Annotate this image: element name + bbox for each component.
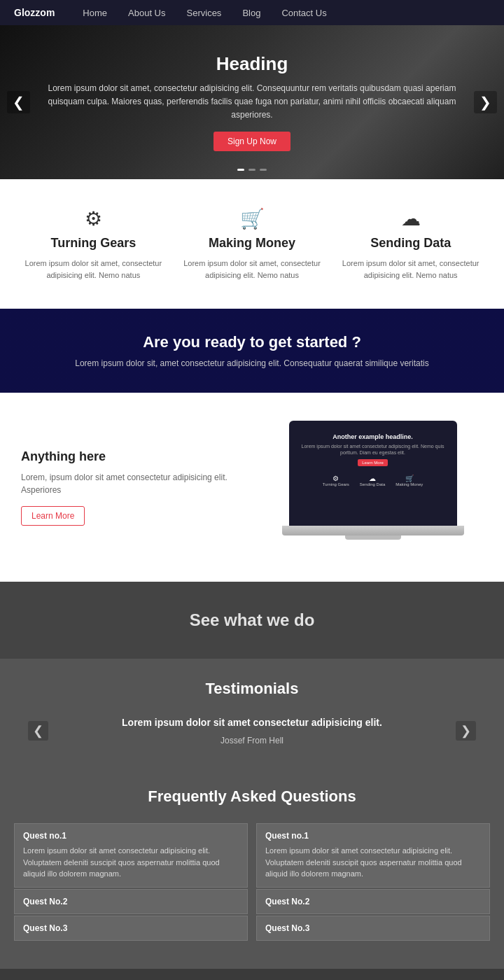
nav-contact[interactable]: Contact Us (281, 8, 326, 18)
faq-grid: Quest no.1 Lorem ipsum dolor sit amet co… (14, 823, 490, 941)
testimonial-prev-arrow[interactable]: ❮ (28, 721, 48, 741)
faq-right-0: Quest no.1 Lorem ipsum dolor sit amet co… (256, 823, 490, 888)
feature-item-2: ☁ Sending Data Lorem ipsum dolor sit ame… (331, 200, 490, 288)
testimonial-next-arrow[interactable]: ❯ (456, 721, 476, 741)
faq-left-q0[interactable]: Quest no.1 (23, 831, 239, 841)
nav-about[interactable]: About Us (128, 8, 165, 18)
hero-next-arrow[interactable]: ❯ (474, 91, 497, 113)
footer: Copyright 2024 Glozzom (0, 969, 504, 981)
laptop-label-2: Making Money (396, 482, 423, 486)
cta-body: Lorem ipsum dolor sit, amet consectetur … (28, 358, 476, 368)
laptop-icon-gear: ⚙ (323, 475, 349, 482)
faq-right-q2[interactable]: Quest No.3 (265, 923, 481, 933)
testimonial-carousel: ❮ Lorem ipsum dolor sit amet consectetur… (28, 715, 476, 746)
about-heading: Anything here (21, 449, 241, 464)
laptop-label-0: Turning Gears (323, 482, 349, 486)
faq-left-1: Quest No.2 (14, 889, 248, 914)
hero-heading: Heading (42, 53, 462, 75)
faq-left-2: Quest No.3 (14, 916, 248, 941)
cta-banner: Are you ready to get started ? Lorem ips… (0, 309, 504, 393)
feature-title-2: Sending Data (342, 236, 479, 251)
hero-content: Heading Lorem ipsum dolor sit amet, cons… (0, 53, 504, 152)
about-body: Lorem, ipsum dolor sit amet consectetur … (21, 471, 241, 496)
cta-heading: Are you ready to get started ? (28, 333, 476, 351)
laptop-mockup: Another example headline. Lorem ipsum do… (275, 421, 471, 554)
testimonial-content: Lorem ipsum dolor sit amet consectetur a… (49, 715, 455, 746)
laptop-base (282, 526, 464, 536)
laptop-screen-headline: Another example headline. (332, 433, 413, 440)
see-section: See what we do (0, 582, 504, 659)
faq-left-q1[interactable]: Quest No.2 (23, 897, 239, 906)
testimonial-quote: Lorem ipsum dolor sit amet consectetur a… (49, 715, 455, 730)
laptop-screen-icon-1: ☁ Sending Data (360, 475, 385, 486)
see-heading: See what we do (190, 610, 315, 630)
faq-right-a0: Lorem ipsum dolor sit amet consectetur a… (265, 845, 481, 880)
laptop-screen-text: Lorem ipsum dolor sit amet consectetur a… (295, 443, 451, 456)
faq-heading: Frequently Asked Questions (14, 788, 490, 806)
testimonial-author: Jossef From Hell (49, 736, 455, 746)
faq-col-right: Quest no.1 Lorem ipsum dolor sit amet co… (256, 823, 490, 941)
faq-right-q0[interactable]: Quest no.1 (265, 831, 481, 841)
faq-left-a0: Lorem ipsum dolor sit amet consectetur a… (23, 845, 239, 880)
faq-section: Frequently Asked Questions Quest no.1 Lo… (0, 766, 504, 969)
faq-right-1: Quest No.2 (256, 889, 490, 914)
faq-right-2: Quest No.3 (256, 916, 490, 941)
hero-dot-2[interactable] (248, 169, 255, 171)
navbar-links: Home About Us Services Blog Contact Us (83, 6, 326, 19)
faq-left-0: Quest no.1 Lorem ipsum dolor sit amet co… (14, 823, 248, 888)
hero-section: ❮ Heading Lorem ipsum dolor sit amet, co… (0, 25, 504, 179)
feature-item-0: ⚙ Turning Gears Lorem ipsum dolor sit am… (14, 200, 173, 288)
laptop-screen: Another example headline. Lorem ipsum do… (289, 421, 457, 526)
faq-right-q1[interactable]: Quest No.2 (265, 897, 481, 906)
feature-title-0: Turning Gears (24, 236, 162, 251)
hero-dot-3[interactable] (260, 169, 267, 171)
hero-body: Lorem ipsum dolor sit amet, consectetur … (42, 82, 462, 122)
feature-desc-2: Lorem ipsum dolor sit amet, consectetur … (342, 258, 479, 281)
laptop-screen-icon-2: 🛒 Making Money (396, 475, 423, 486)
features-section: ⚙ Turning Gears Lorem ipsum dolor sit am… (0, 179, 504, 309)
feature-icon-0: ⚙ (24, 207, 162, 230)
hero-dot-1[interactable] (237, 169, 244, 171)
laptop-screen-icon-0: ⚙ Turning Gears (323, 475, 349, 486)
faq-left-q2[interactable]: Quest No.3 (23, 923, 239, 933)
about-image: Another example headline. Lorem ipsum do… (262, 421, 483, 554)
navbar: Glozzom Home About Us Services Blog Cont… (0, 0, 504, 25)
laptop-stand (345, 536, 401, 540)
feature-item-1: 🛒 Making Money Lorem ipsum dolor sit ame… (173, 200, 332, 288)
nav-services[interactable]: Services (187, 8, 222, 18)
nav-blog[interactable]: Blog (242, 8, 260, 18)
feature-icon-1: 🛒 (183, 207, 321, 230)
feature-desc-1: Lorem ipsum dolor sit amet, consectetur … (183, 258, 321, 281)
feature-title-1: Making Money (183, 236, 321, 251)
nav-home[interactable]: Home (83, 8, 107, 18)
testimonials-section: Testimonials ❮ Lorem ipsum dolor sit ame… (0, 659, 504, 766)
laptop-screen-icons: ⚙ Turning Gears ☁ Sending Data 🛒 Making … (323, 475, 424, 486)
learn-more-button[interactable]: Learn More (21, 506, 85, 526)
about-section: Anything here Lorem, ipsum dolor sit ame… (0, 393, 504, 582)
about-text: Anything here Lorem, ipsum dolor sit ame… (21, 449, 241, 526)
feature-desc-0: Lorem ipsum dolor sit amet, consectetur … (24, 258, 162, 281)
laptop-label-1: Sending Data (360, 482, 385, 486)
navbar-brand: Glozzom (14, 7, 55, 18)
testimonials-heading: Testimonials (28, 680, 476, 698)
laptop-screen-btn: Learn More (358, 459, 388, 466)
hero-cta-button[interactable]: Sign Up Now (214, 132, 290, 151)
hero-dots (237, 169, 267, 171)
feature-icon-2: ☁ (342, 207, 479, 230)
laptop-icon-cloud: ☁ (360, 475, 385, 482)
laptop-icon-cart: 🛒 (396, 475, 423, 482)
faq-col-left: Quest no.1 Lorem ipsum dolor sit amet co… (14, 823, 248, 941)
